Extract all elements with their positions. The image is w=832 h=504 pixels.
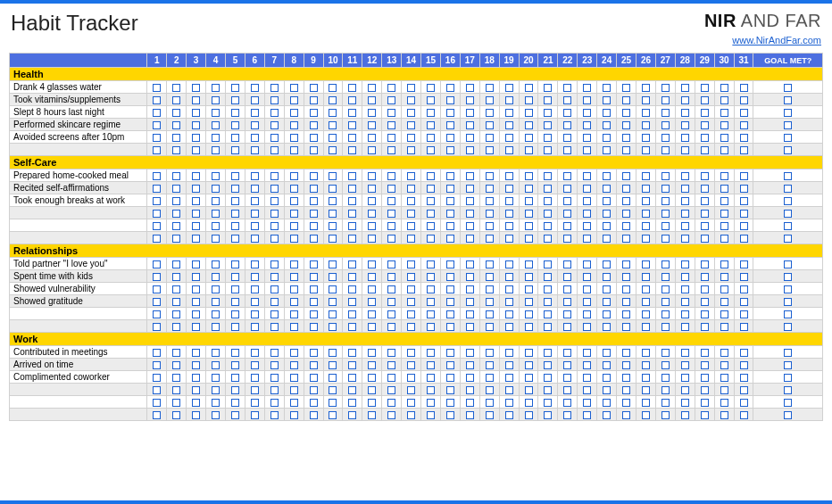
checkbox-icon[interactable] (446, 235, 454, 243)
checkbox-icon[interactable] (329, 84, 337, 92)
goal-cell[interactable] (753, 308, 823, 320)
day-cell[interactable] (636, 131, 656, 144)
day-cell[interactable] (421, 182, 441, 194)
day-cell[interactable] (597, 359, 617, 371)
day-cell[interactable] (440, 81, 460, 94)
day-cell[interactable] (460, 384, 479, 396)
day-cell[interactable] (147, 232, 167, 244)
day-cell[interactable] (264, 232, 284, 244)
checkbox-icon[interactable] (407, 185, 415, 193)
checkbox-icon[interactable] (563, 235, 571, 243)
checkbox-icon[interactable] (583, 134, 591, 142)
day-cell[interactable] (499, 131, 519, 144)
day-cell[interactable] (734, 94, 753, 106)
checkbox-icon[interactable] (622, 197, 630, 205)
checkbox-icon[interactable] (544, 374, 552, 382)
day-cell[interactable] (695, 81, 714, 94)
day-cell[interactable] (382, 258, 402, 270)
checkbox-icon[interactable] (603, 273, 611, 281)
day-cell[interactable] (421, 295, 441, 308)
day-cell[interactable] (578, 94, 597, 106)
checkbox-icon[interactable] (192, 298, 200, 306)
day-cell[interactable] (519, 182, 538, 194)
checkbox-icon[interactable] (407, 134, 415, 142)
checkbox-icon[interactable] (446, 323, 454, 331)
day-cell[interactable] (362, 232, 382, 244)
checkbox-icon[interactable] (172, 411, 180, 419)
checkbox-icon[interactable] (446, 386, 454, 394)
checkbox-icon[interactable] (720, 285, 728, 293)
checkbox-icon[interactable] (231, 399, 239, 407)
checkbox-icon[interactable] (486, 235, 494, 243)
checkbox-icon[interactable] (348, 146, 356, 154)
checkbox-icon[interactable] (720, 323, 728, 331)
day-cell[interactable] (402, 270, 421, 283)
day-cell[interactable] (421, 320, 441, 333)
checkbox-icon[interactable] (310, 222, 318, 230)
day-cell[interactable] (734, 182, 753, 194)
checkbox-icon[interactable] (563, 222, 571, 230)
day-cell[interactable] (402, 371, 421, 384)
checkbox-icon[interactable] (251, 273, 259, 281)
day-cell[interactable] (655, 295, 675, 308)
checkbox-icon[interactable] (270, 323, 279, 331)
day-cell[interactable] (382, 409, 402, 421)
day-cell[interactable] (538, 182, 558, 194)
day-cell[interactable] (225, 119, 245, 131)
day-cell[interactable] (538, 106, 558, 119)
checkbox-icon[interactable] (466, 185, 474, 193)
day-cell[interactable] (225, 308, 245, 320)
checkbox-icon[interactable] (153, 374, 161, 382)
checkbox-icon[interactable] (153, 84, 161, 92)
day-cell[interactable] (479, 81, 499, 94)
checkbox-icon[interactable] (270, 84, 279, 92)
day-cell[interactable] (343, 219, 362, 232)
checkbox-icon[interactable] (784, 222, 792, 230)
checkbox-icon[interactable] (563, 399, 571, 407)
day-cell[interactable] (225, 131, 245, 144)
checkbox-icon[interactable] (270, 96, 279, 104)
day-cell[interactable] (714, 409, 734, 421)
checkbox-icon[interactable] (153, 172, 161, 180)
day-cell[interactable] (284, 207, 304, 219)
checkbox-icon[interactable] (310, 285, 318, 293)
day-cell[interactable] (655, 320, 675, 333)
checkbox-icon[interactable] (466, 121, 474, 129)
checkbox-icon[interactable] (212, 197, 220, 205)
day-cell[interactable] (167, 232, 187, 244)
day-cell[interactable] (440, 194, 460, 207)
checkbox-icon[interactable] (701, 399, 709, 407)
day-cell[interactable] (284, 106, 304, 119)
checkbox-icon[interactable] (486, 374, 494, 382)
day-cell[interactable] (382, 320, 402, 333)
checkbox-icon[interactable] (329, 134, 337, 142)
checkbox-icon[interactable] (701, 210, 709, 218)
checkbox-icon[interactable] (172, 260, 180, 269)
day-cell[interactable] (343, 194, 362, 207)
checkbox-icon[interactable] (290, 172, 298, 180)
checkbox-icon[interactable] (563, 298, 571, 306)
checkbox-icon[interactable] (622, 121, 630, 129)
day-cell[interactable] (597, 295, 617, 308)
checkbox-icon[interactable] (486, 399, 494, 407)
day-cell[interactable] (655, 409, 675, 421)
checkbox-icon[interactable] (231, 374, 239, 382)
checkbox-icon[interactable] (329, 386, 337, 394)
day-cell[interactable] (538, 144, 558, 156)
day-cell[interactable] (187, 384, 206, 396)
day-cell[interactable] (323, 144, 343, 156)
day-cell[interactable] (479, 182, 499, 194)
day-cell[interactable] (636, 409, 656, 421)
day-cell[interactable] (147, 144, 167, 156)
day-cell[interactable] (440, 359, 460, 371)
checkbox-icon[interactable] (368, 386, 376, 394)
checkbox-icon[interactable] (310, 260, 318, 269)
checkbox-icon[interactable] (387, 84, 395, 92)
day-cell[interactable] (284, 94, 304, 106)
day-cell[interactable] (225, 94, 245, 106)
day-cell[interactable] (402, 94, 421, 106)
checkbox-icon[interactable] (505, 374, 513, 382)
checkbox-icon[interactable] (153, 411, 161, 419)
checkbox-icon[interactable] (172, 310, 180, 318)
day-cell[interactable] (245, 270, 264, 283)
